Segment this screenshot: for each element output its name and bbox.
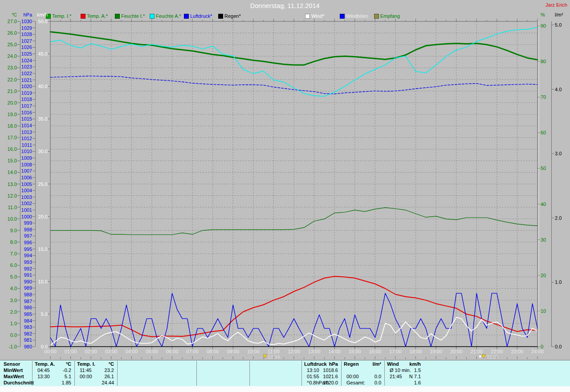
y-tick-label: 1006 xyxy=(19,175,32,180)
x-tick-label: 15:00 xyxy=(345,349,365,354)
y-tick-label: 1019 xyxy=(19,90,32,96)
y-tick-label: 1018 xyxy=(19,97,32,102)
y-tick-label: 997 xyxy=(19,233,32,238)
y-tick-label: 990 xyxy=(19,279,32,284)
y-tick-label: 7.0 xyxy=(0,251,17,256)
y-tick-label: 1.0 xyxy=(0,321,17,326)
y-tick-label: 10 xyxy=(541,308,553,314)
y-tick-label: 993 xyxy=(19,259,32,265)
x-tick-label: 12:00 xyxy=(284,349,304,354)
y-tick-label: 1028 xyxy=(19,32,32,37)
y-tick-label: 9.0 xyxy=(0,228,17,233)
axis-lines xyxy=(17,19,554,359)
y-tick-label: 8.0 xyxy=(0,239,17,245)
table-col-unit: hPa xyxy=(301,361,338,367)
y-tick-label: 1002 xyxy=(19,201,32,206)
y-tick-label: 982 xyxy=(19,331,32,336)
summary-table: SensorMinWertMaxWertDurchschnittTemp. A.… xyxy=(0,360,570,387)
marker-time-label: 21:21 xyxy=(486,354,499,360)
y-tick-label: 2.0 xyxy=(555,215,569,221)
x-tick-label: 00:00 xyxy=(41,349,60,354)
y-tick-label: 1010 xyxy=(19,149,32,154)
x-tick-label: 20:00 xyxy=(447,349,466,354)
y-tick-label: 988 xyxy=(19,292,32,297)
y-tick-label: 983 xyxy=(19,324,32,330)
y-tick-label: 1025 xyxy=(19,51,32,57)
y-tick-label: 20 xyxy=(541,273,553,278)
series-windboeen-line xyxy=(50,293,537,347)
x-tick-label: 13:00 xyxy=(305,349,324,354)
x-tick-label: 09:00 xyxy=(223,349,243,354)
y-tick-label: 16.0 xyxy=(0,146,17,152)
y-tick-label: 1011 xyxy=(19,142,32,148)
chart-plot-area[interactable] xyxy=(0,0,570,392)
y-tick-label: 10.0 xyxy=(0,216,17,222)
y-tick-label: -1.0 xyxy=(0,344,17,349)
table-cell-value: 0.0 xyxy=(341,380,381,386)
y-tick-label: 1030 xyxy=(19,19,32,24)
table-cell-value: 26.1 xyxy=(74,374,114,380)
table-column-separator xyxy=(249,361,250,386)
y-tick-label: 0.0 xyxy=(0,332,17,338)
y-tick-label: 985 xyxy=(19,311,32,317)
table-cell-value: 0.0 xyxy=(341,374,381,380)
x-tick-label: 22:00 xyxy=(487,349,507,354)
y-tick-label: 15.0 xyxy=(31,247,48,252)
table-column-separator xyxy=(196,361,197,386)
table-row-label: MinWert xyxy=(4,368,23,373)
y-tick-label: 989 xyxy=(19,285,32,291)
table-col-unit: °C xyxy=(74,361,114,367)
y-tick-label: 1021 xyxy=(19,77,32,83)
y-tick-label: 1017 xyxy=(19,103,32,109)
table-cell-value: -0.2 xyxy=(32,368,71,373)
y-tick-label: 998 xyxy=(19,227,32,232)
y-tick-label: 980 xyxy=(19,344,32,349)
y-tick-label: 0.0 xyxy=(555,344,569,349)
x-tick-label: 01:00 xyxy=(61,349,81,354)
y-tick-label: 23.0 xyxy=(0,65,17,70)
y-tick-label: 80 xyxy=(541,59,553,64)
y-tick-label: 995 xyxy=(19,247,32,252)
table-cell-value: 1.6 xyxy=(384,380,421,386)
y-tick-label: 5.0 xyxy=(0,274,17,279)
y-tick-label: 22.0 xyxy=(0,77,17,82)
x-tick-label: 10:00 xyxy=(244,349,263,354)
y-tick-label: 26.0 xyxy=(0,30,17,36)
y-tick-label: 27.0 xyxy=(0,19,17,24)
y-tick-label: 30.0 xyxy=(31,149,48,154)
y-tick-label: 1008 xyxy=(19,162,32,167)
y-tick-label: 981 xyxy=(19,337,32,343)
y-tick-label: 4.0 xyxy=(555,87,569,92)
y-tick-label: 1005 xyxy=(19,182,32,187)
y-tick-label: 30 xyxy=(541,237,553,242)
y-tick-label: 992 xyxy=(19,266,32,271)
x-tick-label: 16:00 xyxy=(365,349,385,354)
y-tick-label: 18.0 xyxy=(0,123,17,129)
y-tick-label: 1029 xyxy=(19,25,32,31)
y-tick-label: 40 xyxy=(541,202,553,207)
table-cell-value: 1018.6 xyxy=(301,368,338,373)
x-tick-label: 24:00 xyxy=(528,349,547,354)
y-tick-label: 6.0 xyxy=(0,263,17,268)
y-tick-label: 40.0 xyxy=(31,84,48,89)
y-tick-label: 1014 xyxy=(19,123,32,128)
y-tick-label: 1016 xyxy=(19,110,32,115)
table-cell-value: 5.1 xyxy=(32,374,71,380)
y-tick-label: 5.0 xyxy=(31,311,48,317)
y-tick-label: 19.0 xyxy=(0,112,17,117)
x-tick-label: 08:00 xyxy=(203,349,223,354)
y-tick-label: 25.0 xyxy=(0,42,17,47)
y-tick-label: 996 xyxy=(19,240,32,245)
y-tick-label: 2.0 xyxy=(0,309,17,315)
table-cell-value: 24.44 xyxy=(74,380,114,386)
marker-time-label: 10:34 xyxy=(268,354,280,360)
y-tick-label: 24.0 xyxy=(0,53,17,59)
y-tick-label: 17.0 xyxy=(0,135,17,140)
y-tick-label: 45.0 xyxy=(31,51,48,57)
table-cell-value: 1020.0 xyxy=(301,380,338,386)
y-tick-label: 1023 xyxy=(19,64,32,69)
table-cell-value: 23.2 xyxy=(74,368,114,373)
table-row-label: MaxWert xyxy=(4,374,24,380)
y-tick-label: 4.0 xyxy=(0,286,17,291)
y-tick-label: 90 xyxy=(541,23,553,28)
